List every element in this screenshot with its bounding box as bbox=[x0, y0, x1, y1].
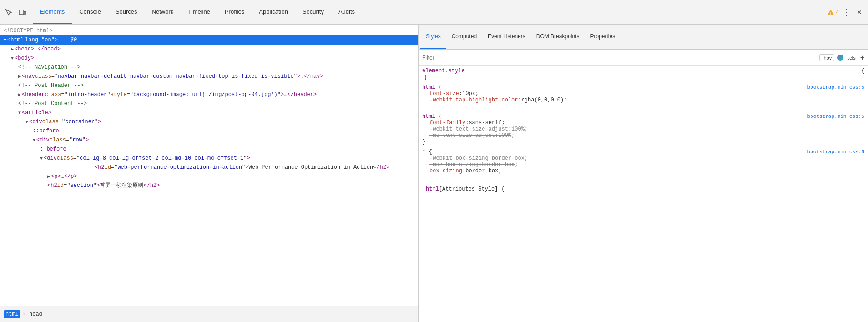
styles-content: element.style { } html { bootstrap.min.c… bbox=[419, 66, 868, 322]
device-mode-icon[interactable] bbox=[17, 7, 27, 17]
dom-row-html[interactable]: ▼ <html lang="en" > == $0 bbox=[0, 35, 418, 45]
add-style-button[interactable]: + bbox=[860, 54, 864, 61]
dom-row-h2-webperf[interactable]: <h2 id="web-performance-optimization-in-… bbox=[0, 163, 418, 172]
svg-text:!: ! bbox=[830, 10, 832, 15]
toolbar-right: ! 4 ⋮ ✕ bbox=[827, 7, 864, 17]
css-property-webkit-tap: -webkit-tap-highlight-color : rgba(0,0,0… bbox=[422, 97, 864, 103]
main-layout: <!DOCTYPE html> ▼ <html lang="en" > == $… bbox=[0, 25, 868, 322]
dom-panel: <!DOCTYPE html> ▼ <html lang="en" > == $… bbox=[0, 25, 419, 322]
dom-row-comment-postcontent[interactable]: <!-- Post Content --> bbox=[0, 99, 418, 108]
bottom-partial-rule: html[Attributes Style] { bbox=[422, 184, 864, 194]
css-property-font-size: font-size : 10px ; bbox=[422, 91, 864, 97]
filter-bar: :hov .cls + bbox=[419, 50, 868, 66]
toolbar-tabs: Elements Console Sources Network Timelin… bbox=[33, 0, 827, 24]
dom-row-h2-section[interactable]: <h2 id="section">首屏一秒渲染原则</h2> bbox=[0, 181, 418, 190]
tab-audits[interactable]: Audits bbox=[331, 0, 362, 24]
css-property-font-family: font-family : sans-serif ; bbox=[422, 120, 864, 126]
tab-profiles[interactable]: Profiles bbox=[217, 0, 252, 24]
css-selector-html2: html bbox=[422, 113, 435, 120]
dom-row-header[interactable]: ▶ <header class="intro-header" style="ba… bbox=[0, 90, 418, 99]
breadcrumb-html[interactable]: html bbox=[4, 310, 20, 318]
css-property-webkit-box: -webkit-box-sizing : border-box ; bbox=[422, 155, 864, 161]
css-property-webkit-text-size: -webkit-text-size-adjust : 100% ; bbox=[422, 126, 864, 132]
tab-network[interactable]: Network bbox=[145, 0, 181, 24]
css-rule-html-1: html { bootstrap.min.css:5 font-size : 1… bbox=[422, 84, 864, 110]
dom-row-nav[interactable]: ▶ <nav class="navbar navbar-default navb… bbox=[0, 72, 418, 81]
filter-input[interactable] bbox=[422, 55, 816, 61]
styles-tabs: Styles Computed Event Listeners DOM Brea… bbox=[419, 25, 868, 50]
tab-application[interactable]: Application bbox=[252, 0, 295, 24]
css-property-moz-box: -moz-box-sizing : border-box ; bbox=[422, 161, 864, 168]
dom-row-doctype[interactable]: <!DOCTYPE html> bbox=[0, 26, 418, 35]
dom-row-comment-nav[interactable]: <!-- Navigation --> bbox=[0, 63, 418, 72]
dom-row-before-2[interactable]: ::before bbox=[0, 145, 418, 154]
warning-count: 4 bbox=[836, 9, 839, 15]
more-menu-button[interactable]: ⋮ bbox=[842, 7, 852, 17]
tab-security[interactable]: Security bbox=[295, 0, 331, 24]
css-source-link[interactable]: bootstrap.min.css:5 bbox=[807, 85, 864, 90]
dom-row-div-container[interactable]: ▼ <div class="container"> bbox=[0, 117, 418, 126]
dom-row-head[interactable]: ▶ <head>…</head> bbox=[0, 45, 418, 54]
warning-icon: ! bbox=[827, 9, 834, 15]
dom-row-article[interactable]: ▼ <article> bbox=[0, 108, 418, 117]
dom-row-comment-postheader[interactable]: <!-- Post Header --> bbox=[0, 81, 418, 90]
css-selector-star: * bbox=[422, 149, 429, 155]
expand-arrow: ▼ bbox=[4, 37, 6, 44]
css-rule-star: * { bootstrap.min.css:5 -webkit-box-sizi… bbox=[422, 149, 864, 181]
css-source-link-2[interactable]: bootstrap.min.css:5 bbox=[807, 114, 864, 119]
tab-dom-breakpoints[interactable]: DOM Breakpoints bbox=[531, 25, 585, 49]
tab-sources[interactable]: Sources bbox=[108, 0, 145, 24]
svg-rect-1 bbox=[24, 11, 26, 14]
css-rule-element-style: element.style { } bbox=[422, 68, 864, 80]
css-selector: element.style bbox=[422, 68, 465, 74]
palette-icon[interactable] bbox=[837, 55, 843, 61]
warning-badge: ! 4 bbox=[827, 9, 839, 15]
toolbar-icons bbox=[4, 7, 27, 17]
dom-row-body[interactable]: ▼ <body> bbox=[0, 54, 418, 63]
styles-panel: Styles Computed Event Listeners DOM Brea… bbox=[419, 25, 868, 322]
dom-row-before-1[interactable]: ::before bbox=[0, 126, 418, 136]
dom-status-bar: html › head bbox=[0, 306, 418, 322]
inspect-icon[interactable] bbox=[4, 7, 14, 17]
tab-properties[interactable]: Properties bbox=[585, 25, 621, 49]
filter-actions: :hov .cls + bbox=[819, 54, 864, 61]
dom-row-div-row[interactable]: ▼ <div class="row"> bbox=[0, 136, 418, 145]
tab-computed[interactable]: Computed bbox=[446, 25, 482, 49]
dom-row-p[interactable]: ▶ <p>…</p> bbox=[0, 172, 418, 181]
css-source-link-3[interactable]: bootstrap.min.css:5 bbox=[807, 149, 864, 155]
tab-timeline[interactable]: Timeline bbox=[181, 0, 217, 24]
cls-button[interactable]: .cls bbox=[846, 54, 858, 61]
svg-rect-0 bbox=[19, 10, 24, 15]
tab-console[interactable]: Console bbox=[72, 0, 108, 24]
css-selector-html1: html bbox=[422, 84, 435, 91]
breadcrumb-head[interactable]: head bbox=[27, 310, 44, 318]
dollar-zero: == $0 bbox=[61, 36, 77, 44]
css-rule-html-2: html { bootstrap.min.css:5 font-family :… bbox=[422, 113, 864, 145]
hov-button[interactable]: :hov bbox=[819, 54, 834, 61]
tab-elements[interactable]: Elements bbox=[33, 0, 72, 24]
dom-tree[interactable]: <!DOCTYPE html> ▼ <html lang="en" > == $… bbox=[0, 25, 418, 306]
close-button[interactable]: ✕ bbox=[854, 7, 864, 17]
css-property-box-sizing: box-sizing : border-box ; bbox=[422, 168, 864, 174]
dom-row-div-col[interactable]: ▼ <div class="col-lg-8 col-lg-offset-2 c… bbox=[0, 154, 418, 163]
devtools-toolbar: Elements Console Sources Network Timelin… bbox=[0, 0, 868, 25]
css-property-ms-text-size: -ms-text-size-adjust : 100% ; bbox=[422, 132, 864, 139]
tab-event-listeners[interactable]: Event Listeners bbox=[482, 25, 531, 49]
tab-styles[interactable]: Styles bbox=[420, 25, 446, 49]
